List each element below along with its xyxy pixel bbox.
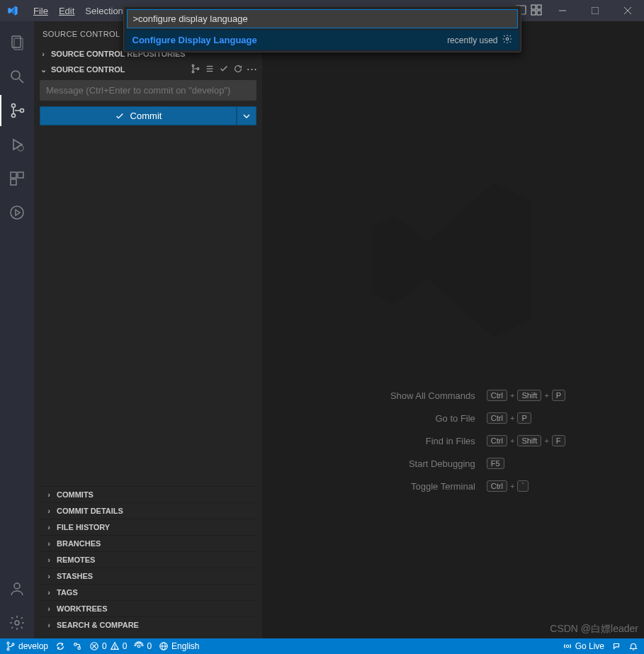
svg-rect-5: [537, 11, 541, 15]
kbd: Ctrl: [487, 435, 507, 446]
svg-rect-4: [531, 11, 536, 15]
help-row: Find in FilesCtrl+Shift+F: [341, 435, 565, 446]
view-as-list-icon[interactable]: [205, 64, 215, 75]
help-label: Start Debugging: [341, 458, 475, 469]
help-label: Show All Commands: [341, 390, 475, 401]
section-worktrees[interactable]: ›WORKTREES: [40, 600, 256, 616]
svg-point-30: [7, 642, 9, 644]
chevron-right-icon: ›: [44, 588, 54, 597]
menu-file[interactable]: File: [28, 3, 53, 19]
activity-settings[interactable]: [0, 607, 34, 638]
section-search-compare[interactable]: ›SEARCH & COMPARE: [40, 616, 256, 633]
refresh-icon[interactable]: [233, 64, 243, 75]
commit-dropdown[interactable]: [237, 106, 256, 125]
status-feedback-icon[interactable]: [611, 641, 621, 651]
view-as-tree-icon[interactable]: [191, 64, 200, 75]
chevron-right-icon: ›: [44, 507, 54, 515]
commit-button[interactable]: Commit: [40, 106, 237, 125]
svg-point-34: [78, 647, 81, 650]
status-golive-label: Go Live: [575, 641, 604, 651]
command-palette-row[interactable]: Configure Display Language recently used: [125, 30, 519, 50]
commit-message-input[interactable]: [40, 80, 256, 101]
svg-point-15: [12, 114, 16, 118]
help-row: Start DebuggingF5: [341, 458, 565, 469]
status-language[interactable]: English: [159, 641, 199, 651]
svg-rect-7: [592, 7, 599, 14]
activity-extensions[interactable]: [0, 163, 34, 194]
gear-icon[interactable]: [502, 34, 512, 46]
activity-explorer[interactable]: [0, 27, 34, 58]
palette-result-meta: recently used: [447, 35, 497, 45]
section-file-history[interactable]: ›FILE HISTORY: [40, 519, 256, 535]
more-icon[interactable]: ···: [247, 65, 258, 74]
section-scm[interactable]: ⌄ SOURCE CONTROL ···: [34, 62, 262, 77]
activity-account[interactable]: [0, 573, 34, 604]
chevron-right-icon: ›: [38, 50, 48, 58]
svg-point-24: [192, 64, 194, 67]
layout-grid-icon[interactable]: [531, 4, 542, 18]
svg-point-22: [14, 583, 20, 589]
help-row: Toggle TerminalCtrl+`: [341, 480, 565, 492]
svg-point-21: [11, 206, 23, 219]
close-button[interactable]: [611, 0, 644, 21]
svg-point-40: [138, 645, 141, 648]
sidebar: SOURCE CONTROL ··· › SOURCE CONTROL REPO…: [34, 21, 262, 638]
help-label: Go to File: [341, 413, 475, 424]
help-keys: Ctrl+`: [487, 480, 529, 492]
status-bell-icon[interactable]: [628, 641, 638, 651]
chevron-down-icon: ⌄: [38, 65, 48, 74]
svg-rect-18: [11, 172, 16, 178]
kbd: Shift: [517, 390, 541, 401]
section-commit-details[interactable]: ›COMMIT DETAILS: [40, 502, 256, 519]
minimize-button[interactable]: [546, 0, 579, 21]
kbd: P: [517, 412, 531, 424]
activity-search[interactable]: [0, 61, 34, 92]
status-warning-count: 0: [123, 641, 128, 651]
activity-scm[interactable]: [0, 95, 34, 126]
editor-welcome: Show All CommandsCtrl+Shift+PGo to FileC…: [262, 21, 644, 638]
chevron-right-icon: ›: [44, 490, 54, 499]
chevron-right-icon: ›: [44, 556, 54, 564]
section-commits[interactable]: ›COMMITS: [40, 486, 256, 502]
kbd: Ctrl: [487, 390, 507, 401]
svg-line-13: [19, 79, 23, 83]
svg-point-12: [11, 71, 20, 79]
status-problems[interactable]: 0 0: [89, 641, 127, 651]
status-golive[interactable]: Go Live: [563, 641, 604, 651]
svg-point-26: [197, 68, 199, 70]
menu-selection[interactable]: Selection: [80, 3, 128, 19]
section-tags[interactable]: ›TAGS: [40, 584, 256, 600]
kbd: Shift: [517, 435, 541, 446]
kbd: Ctrl: [487, 412, 507, 424]
activity-live[interactable]: [0, 197, 34, 228]
maximize-button[interactable]: [579, 0, 611, 21]
activity-debug[interactable]: [0, 129, 34, 160]
section-stashes[interactable]: ›STASHES: [40, 568, 256, 584]
chevron-right-icon: ›: [44, 572, 54, 580]
svg-point-33: [74, 643, 77, 646]
svg-rect-2: [531, 5, 536, 9]
help-keys: F5: [487, 458, 504, 469]
kbd: F: [552, 435, 565, 446]
status-ports[interactable]: 0: [134, 641, 152, 651]
section-branches[interactable]: ›BRANCHES: [40, 535, 256, 551]
commit-check-icon[interactable]: [219, 64, 229, 75]
menu-edit[interactable]: Edit: [54, 3, 79, 19]
command-palette-input[interactable]: [127, 9, 518, 28]
status-branch-name: develop: [18, 641, 48, 651]
gitlens-sections: ›COMMITS›COMMIT DETAILS›FILE HISTORY›BRA…: [40, 486, 256, 633]
kbd: F5: [487, 458, 504, 469]
status-gitlens-icon[interactable]: [72, 641, 82, 651]
status-sync[interactable]: [55, 641, 65, 651]
help-keys: Ctrl+Shift+P: [487, 390, 565, 401]
welcome-shortcuts: Show All CommandsCtrl+Shift+PGo to FileC…: [341, 390, 565, 492]
svg-point-31: [7, 648, 9, 650]
vscode-watermark-icon: [361, 168, 546, 354]
help-label: Find in Files: [341, 436, 475, 446]
status-branch[interactable]: develop: [6, 641, 48, 651]
help-keys: Ctrl+Shift+F: [487, 435, 565, 446]
svg-rect-19: [18, 172, 23, 178]
svg-rect-20: [11, 179, 16, 185]
section-remotes[interactable]: ›REMOTES: [40, 551, 256, 568]
activitybar: [0, 21, 34, 638]
